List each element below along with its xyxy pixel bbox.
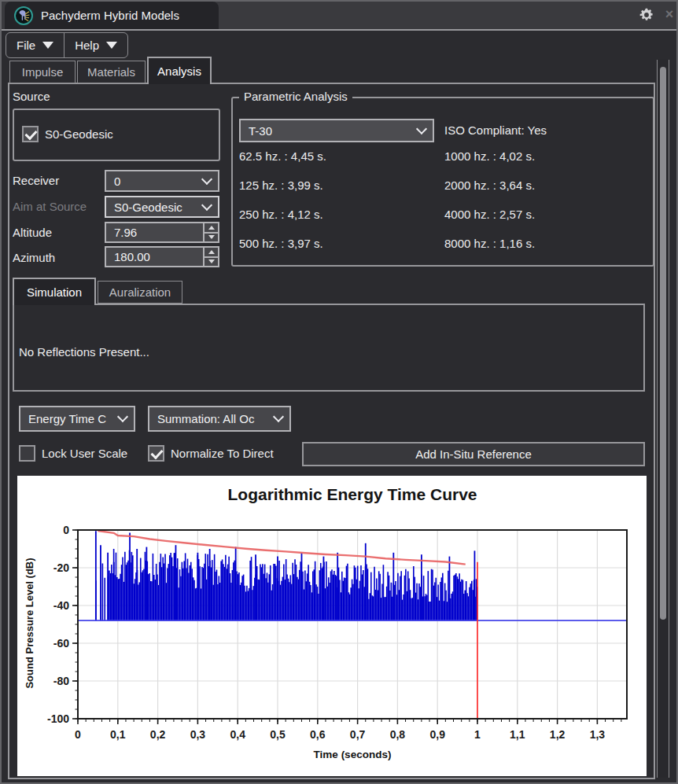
band-value-125: 125 hz. : 3,99 s. (239, 179, 323, 192)
svg-text:0,5: 0,5 (270, 728, 286, 741)
source-heading: Source (13, 90, 50, 103)
graph-type-combo[interactable]: Energy Time C (19, 406, 135, 432)
title-bar[interactable]: Pachyderm Hybrid Models × (2, 2, 676, 31)
svg-text:1,2: 1,2 (550, 728, 566, 741)
settings-button[interactable] (639, 7, 654, 23)
summation-value: Summation: All Oc (157, 412, 254, 425)
receiver-value: 0 (114, 175, 120, 188)
band-value-1000: 1000 hz. : 4,02 s. (444, 149, 535, 163)
menu-item-help[interactable]: Help (64, 33, 127, 57)
gear-icon (639, 7, 654, 23)
aim-at-source-combo[interactable]: S0-Geodesic (105, 196, 219, 218)
triangle-up-icon (208, 250, 215, 254)
summation-combo[interactable]: Summation: All Oc (148, 406, 291, 432)
scrollbar-thumb[interactable] (660, 67, 666, 620)
window-title: Pachyderm Hybrid Models (41, 9, 179, 22)
azimuth-label: Azimuth (13, 251, 55, 264)
lock-user-scale-checkbox[interactable] (19, 445, 35, 462)
triangle-down-icon (208, 235, 215, 239)
parametric-metric-value: T-30 (249, 124, 272, 138)
receiver-combo[interactable]: 0 (105, 170, 219, 192)
tab-analysis[interactable]: Analysis (147, 57, 212, 84)
tab-auralization[interactable]: Auralization (98, 281, 182, 304)
iso-compliance-status: ISO Compliant: Yes (444, 123, 547, 137)
svg-text:0,9: 0,9 (429, 728, 445, 741)
etc-chart[interactable]: Logarithmic Energy Time Curve Sound Pres… (17, 476, 647, 776)
menu-bar: File Help (6, 32, 128, 58)
svg-text:0,1: 0,1 (110, 728, 126, 741)
svg-text:0,8: 0,8 (390, 728, 406, 741)
aim-at-source-label: Aim at Source (13, 200, 87, 213)
svg-text:1: 1 (474, 728, 481, 741)
svg-text:0,2: 0,2 (150, 728, 166, 741)
spinner-up-button[interactable] (205, 248, 218, 256)
lock-user-scale-label: Lock User Scale (42, 447, 127, 460)
close-icon[interactable]: × (662, 6, 676, 23)
chevron-down-icon (273, 411, 284, 422)
dropdown-triangle-icon (106, 42, 117, 49)
azimuth-value: 180.00 (106, 248, 203, 266)
tab-simulation[interactable]: Simulation (13, 278, 96, 305)
add-in-situ-reference-button[interactable]: Add In-Situ Reference (302, 442, 645, 466)
spinner-down-button[interactable] (205, 232, 218, 242)
svg-text:0,7: 0,7 (350, 728, 366, 741)
plot-canvas[interactable]: 00,10,20,30,40,50,60,70,80,911,11,21,30-… (17, 476, 647, 776)
source-checkbox[interactable] (22, 126, 39, 142)
chevron-down-icon (201, 173, 212, 184)
menu-help-label: Help (75, 39, 99, 52)
window-title-tab: Pachyderm Hybrid Models (5, 2, 219, 29)
triangle-up-icon (208, 226, 215, 230)
chevron-down-icon (416, 123, 427, 134)
svg-text:-20: -20 (53, 561, 69, 574)
parametric-legend: Parametric Analysis (239, 90, 352, 103)
tab-materials[interactable]: Materials (77, 61, 146, 83)
altitude-label: Altitude (13, 226, 52, 239)
svg-text:1,1: 1,1 (510, 728, 525, 741)
altitude-spinner[interactable]: 7.96 (105, 222, 219, 243)
band-value-8000: 8000 hz. : 1,16 s. (444, 237, 535, 250)
chevron-down-icon (117, 411, 128, 422)
altitude-value: 7.96 (106, 223, 203, 241)
spinner-down-button[interactable] (205, 256, 218, 267)
spinner-buttons (203, 248, 218, 266)
svg-text:0: 0 (63, 524, 69, 536)
aim-at-source-value: S0-Geodesic (114, 201, 182, 214)
svg-text:0,4: 0,4 (230, 728, 245, 741)
receiver-label: Receiver (13, 174, 59, 187)
tab-impulse[interactable]: Impulse (9, 61, 76, 83)
band-value-250: 250 hz. : 4,12 s. (239, 208, 323, 221)
normalize-to-direct-label: Normalize To Direct (171, 447, 274, 460)
svg-text:1,3: 1,3 (590, 728, 606, 741)
dropdown-triangle-icon (42, 42, 53, 49)
svg-text:-40: -40 (53, 599, 69, 612)
band-value-62: 62.5 hz. : 4,45 s. (239, 149, 326, 163)
svg-text:-80: -80 (53, 675, 69, 687)
svg-text:-60: -60 (53, 637, 69, 650)
parametric-metric-combo[interactable]: T-30 (239, 119, 434, 142)
spinner-buttons (203, 223, 218, 241)
svg-text:0,3: 0,3 (190, 728, 206, 741)
menu-item-file[interactable]: File (6, 33, 64, 57)
vertical-scrollbar[interactable] (657, 60, 669, 778)
spinner-up-button[interactable] (205, 223, 218, 232)
source-item-label: S0-Geodesic (45, 127, 113, 141)
graph-type-value: Energy Time C (28, 412, 106, 425)
azimuth-spinner[interactable]: 180.00 (105, 246, 219, 267)
svg-text:0,6: 0,6 (310, 728, 326, 741)
svg-text:0: 0 (75, 728, 81, 741)
source-list (13, 109, 220, 161)
menu-file-label: File (17, 39, 35, 52)
band-value-500: 500 hz. : 3,97 s. (239, 237, 323, 250)
pachyderm-logo-icon (14, 6, 33, 25)
chevron-down-icon (201, 199, 212, 210)
reflections-message: No Reflections Present... (19, 345, 149, 359)
band-value-2000: 2000 hz. : 3,64 s. (444, 179, 535, 192)
svg-text:-100: -100 (47, 712, 69, 725)
app-window: Pachyderm Hybrid Models × File Help Impu… (0, 0, 678, 784)
band-value-4000: 4000 hz. : 2,57 s. (444, 208, 535, 221)
normalize-to-direct-checkbox[interactable] (148, 445, 164, 462)
triangle-down-icon (208, 259, 215, 263)
